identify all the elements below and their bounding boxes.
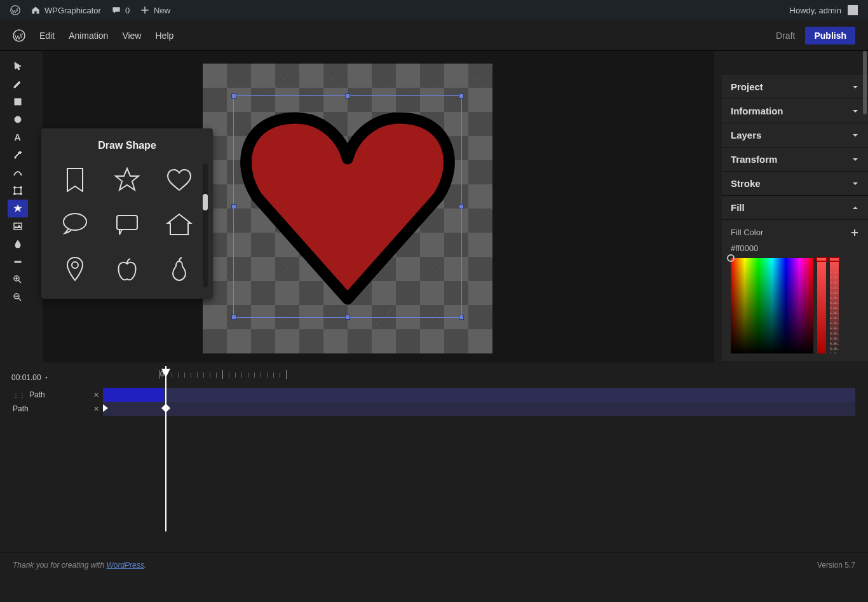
handle-ml[interactable] [231, 204, 236, 209]
plus-icon [140, 5, 150, 15]
transform-tool[interactable] [8, 182, 28, 200]
new-label: New [154, 6, 170, 15]
hue-slider[interactable] [817, 258, 826, 353]
panel-fill[interactable]: Fill [722, 196, 868, 220]
track-1-segment[interactable] [103, 388, 164, 402]
handle-tl[interactable] [231, 93, 236, 99]
zoom-out-tool[interactable] [8, 289, 28, 306]
text-tool[interactable]: A [8, 128, 28, 146]
handle-bl[interactable] [231, 315, 236, 320]
ellipse-tool[interactable] [8, 111, 28, 128]
menu-edit[interactable]: Edit [39, 31, 55, 41]
playhead-marker[interactable] [161, 369, 170, 378]
track-2-key-start[interactable] [103, 404, 108, 412]
track-1-label: Path [29, 390, 45, 399]
site-link[interactable]: WPGraphicator [25, 0, 106, 20]
shape-scroll-thumb[interactable] [203, 194, 208, 210]
handle-tm[interactable] [345, 93, 350, 99]
comments-count: 0 [125, 6, 130, 15]
fill-content: Fill Color [722, 220, 868, 361]
shape-comment[interactable] [105, 206, 149, 243]
wp-logo[interactable] [5, 0, 25, 20]
wordpress-icon [10, 5, 20, 15]
panel-scrollbar[interactable] [863, 51, 867, 114]
image-tool[interactable] [8, 217, 28, 235]
shape-heart[interactable] [157, 161, 201, 198]
minus-tool[interactable] [8, 253, 28, 271]
eyedropper-tool[interactable] [8, 146, 28, 164]
pencil-tool[interactable] [8, 75, 28, 93]
timeline: 00:01.00 0 ⋮⋮Path✕ Path✕ [0, 366, 868, 531]
svg-point-15 [72, 262, 78, 268]
time-display: 00:01.00 [11, 373, 41, 382]
plus-icon[interactable] [850, 228, 859, 237]
shape-pear[interactable] [157, 250, 201, 287]
track-2-close[interactable]: ✕ [93, 405, 99, 413]
home-icon [31, 5, 41, 15]
hex-input[interactable] [731, 242, 794, 254]
shape-scrollbar[interactable] [203, 163, 208, 287]
svg-point-3 [15, 116, 21, 123]
panel-layers[interactable]: Layers [722, 123, 868, 147]
playhead[interactable] [165, 366, 166, 531]
alpha-slider[interactable] [830, 258, 839, 353]
select-tool[interactable] [8, 57, 28, 75]
alpha-handle[interactable] [829, 257, 840, 262]
menu-help[interactable]: Help [155, 31, 173, 41]
track-2-label: Path [13, 404, 29, 413]
shape-house[interactable] [157, 206, 201, 243]
shape-apple[interactable] [105, 250, 149, 287]
wordpress-icon[interactable] [13, 29, 25, 42]
new-link[interactable]: New [135, 0, 175, 20]
shape-star[interactable] [105, 161, 149, 198]
comments-link[interactable]: 0 [106, 0, 135, 20]
handle-br[interactable] [459, 315, 464, 320]
zoom-in-tool[interactable] [8, 271, 28, 289]
track-1-close[interactable]: ✕ [93, 391, 99, 399]
timeline-ruler[interactable]: 0 [159, 367, 855, 385]
handle-bm[interactable] [345, 315, 350, 320]
shape-bookmark[interactable] [53, 161, 97, 198]
track-1[interactable]: ⋮⋮Path✕ [0, 388, 855, 402]
color-field[interactable] [731, 258, 813, 353]
minus-icon [13, 257, 23, 267]
square-icon [13, 97, 23, 107]
bookmark-icon [61, 166, 89, 194]
menu-view[interactable]: View [122, 31, 141, 41]
panel-project[interactable]: Project [722, 75, 868, 99]
publish-button[interactable]: Publish [805, 27, 855, 44]
panel-transform[interactable]: Transform [722, 147, 868, 172]
menu-animation[interactable]: Animation [69, 31, 108, 41]
color-cursor[interactable] [727, 254, 735, 262]
drop-tool[interactable] [8, 235, 28, 253]
path-tool[interactable] [8, 164, 28, 182]
chevron-down-icon [851, 156, 859, 163]
track-2[interactable]: Path✕ [0, 402, 855, 416]
apple-icon [113, 255, 141, 283]
draft-button[interactable]: Draft [776, 31, 795, 41]
user-menu[interactable]: Howdy, admin [785, 0, 863, 20]
handle-mr[interactable] [459, 204, 464, 209]
rect-tool[interactable] [8, 93, 28, 111]
shape-speech[interactable] [53, 206, 97, 243]
footer-thank: Thank you for creating with [13, 561, 106, 570]
house-icon [165, 210, 193, 238]
svg-point-8 [20, 193, 22, 195]
selection-box[interactable] [233, 95, 462, 318]
footer-wp-link[interactable]: WordPress [106, 561, 144, 570]
hue-handle[interactable] [816, 257, 827, 262]
drag-icon[interactable]: ⋮⋮ [13, 392, 25, 399]
pencil-icon [13, 79, 23, 89]
site-name: WPGraphicator [44, 6, 101, 15]
path-icon [13, 168, 23, 178]
play-icon[interactable] [45, 374, 48, 381]
star-icon [113, 166, 141, 194]
shape-tool[interactable] [8, 200, 28, 217]
panel-information[interactable]: Information [722, 99, 868, 123]
star-icon [13, 203, 23, 214]
panel-stroke[interactable]: Stroke [722, 172, 868, 196]
svg-rect-2 [15, 99, 21, 105]
zoom-out-icon [13, 292, 23, 303]
handle-tr[interactable] [459, 93, 464, 99]
shape-pin[interactable] [53, 250, 97, 287]
